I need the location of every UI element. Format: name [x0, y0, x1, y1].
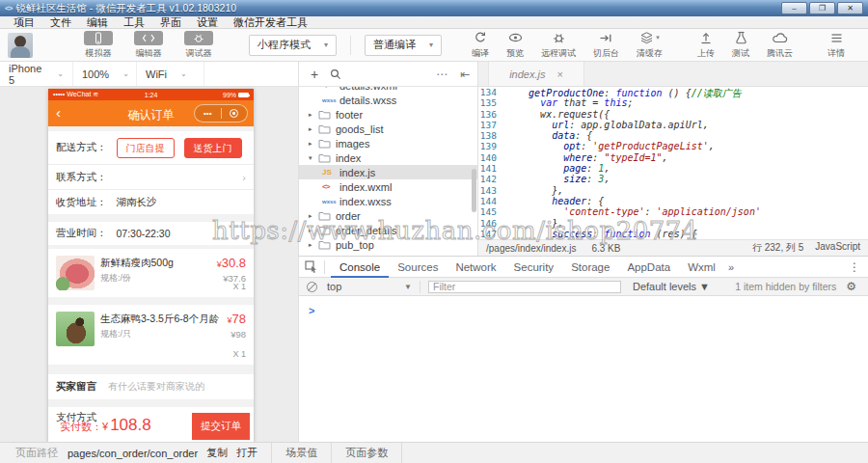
folder-icon — [318, 109, 331, 120]
background-button[interactable]: 切后台 — [584, 31, 628, 60]
language-mode[interactable]: JavaScript — [815, 241, 860, 255]
battery-icon — [238, 93, 249, 97]
tree-file-index.wxss[interactable]: wxssindex.wxss — [299, 194, 477, 208]
devtools-tab-console[interactable]: Console — [331, 257, 389, 278]
log-levels-select[interactable]: Default levels ▼ — [633, 281, 710, 292]
gear-icon[interactable]: ⚙ — [846, 280, 856, 293]
console-filter-input[interactable] — [428, 281, 621, 293]
code-token: , — [604, 174, 610, 184]
delivery-button[interactable]: 送货上门 — [184, 138, 242, 158]
menu-item-6[interactable]: 微信开发者工具 — [226, 16, 315, 29]
simulator-panel: ••••• WeChat ≋ 1:24 99% ‹ 确认订单 ••• — [0, 87, 299, 442]
user-avatar[interactable] — [8, 33, 33, 58]
tree-file-details.wxss[interactable]: wxssdetails.wxss — [299, 93, 477, 107]
tree-folder-footer[interactable]: ▸footer — [299, 107, 477, 122]
test-button[interactable]: 测试 — [723, 31, 758, 60]
product-row[interactable]: 生态麻鸭3-3.5斤6-8个月龄规格:/只¥78¥98X 1 — [48, 305, 254, 365]
tencent-cloud-button[interactable]: 腾讯云 — [758, 31, 801, 60]
menu-item-3[interactable]: 工具 — [116, 16, 152, 29]
menu-item-1[interactable]: 文件 — [42, 16, 79, 29]
product-row[interactable]: 新鲜精瘦肉500g规格:/份¥30.8¥37.6X 1 — [48, 249, 254, 297]
action-label: 详情 — [827, 47, 845, 60]
page-params-button[interactable]: 页面参数 — [332, 446, 401, 460]
search-icon[interactable] — [330, 68, 341, 80]
tree-folder-goods_list[interactable]: ▸goods_list — [299, 122, 477, 136]
toolbar-debugger-button[interactable]: 调试器 — [174, 31, 224, 60]
details-button[interactable]: 详情 — [819, 31, 854, 60]
maximize-button[interactable]: ❐ — [809, 2, 835, 14]
clear-cache-button[interactable]: ▾清缓存 — [628, 31, 671, 60]
contact-row[interactable]: 联系方式： › — [48, 164, 254, 189]
code-line: 140 where: "typeId=1", — [478, 152, 868, 163]
devtools-tab-security[interactable]: Security — [505, 257, 563, 278]
network-type: WiFi — [146, 68, 167, 80]
inspect-element-icon[interactable] — [305, 260, 318, 273]
preview-button[interactable]: 预览 — [498, 31, 532, 60]
submit-order-button[interactable]: 提交订单 — [192, 413, 250, 440]
menu-item-5[interactable]: 设置 — [189, 16, 226, 29]
kebab-menu-icon[interactable]: ⋮ — [849, 260, 860, 274]
pickup-button[interactable]: 门店自提 — [117, 138, 175, 158]
tree-folder-order[interactable]: ▸order — [299, 208, 477, 223]
toolbar-simulator-button[interactable]: 模拟器 — [73, 31, 123, 60]
tab-overflow-icon[interactable]: » — [724, 261, 738, 273]
add-file-icon[interactable]: + — [311, 68, 318, 81]
devtools-tab-network[interactable]: Network — [447, 257, 504, 278]
code-token — [505, 141, 563, 151]
minimize-button[interactable]: – — [781, 2, 807, 14]
tree-folder-images[interactable]: ▸images — [299, 136, 477, 150]
mode-select[interactable]: 小程序模式 ▾ — [249, 35, 337, 56]
capsule-menu: ••• — [194, 104, 248, 123]
menu-item-4[interactable]: 界面 — [152, 16, 189, 29]
wxss-file-icon: wxss — [322, 97, 339, 103]
tree-file-index.wxml[interactable]: <>index.wxml — [299, 179, 477, 194]
device-select[interactable]: iPhone 5 ⌄ — [0, 62, 73, 86]
more-icon[interactable]: ⋯ — [436, 68, 448, 81]
console-output[interactable]: > — [299, 296, 868, 318]
collapse-sidebar-icon[interactable]: ⇤ — [460, 68, 470, 81]
copy-path-button[interactable]: 复制 — [206, 446, 228, 460]
code-token: page — [563, 163, 586, 174]
upload-button[interactable]: 上传 — [689, 31, 723, 60]
remote-debug-button[interactable]: 远程调试 — [532, 31, 584, 60]
close-button[interactable]: ✕ — [837, 2, 863, 14]
zoom-select[interactable]: 100% ⌄ — [73, 62, 137, 86]
details-icon — [830, 31, 843, 45]
delivery-row: 配送方式： 门店自提 送货上门 — [48, 131, 254, 164]
close-tab-icon[interactable]: × — [556, 68, 562, 80]
delivery-label: 配送方式： — [56, 141, 107, 154]
tree-folder-index[interactable]: ▾index — [299, 150, 477, 165]
message-section[interactable]: 买家留言 有什么话要对商家说的 — [48, 374, 254, 399]
address-value: 湖南长沙 — [117, 196, 157, 209]
menu-item-2[interactable]: 编辑 — [79, 16, 116, 29]
tree-scrollbar-thumb[interactable] — [472, 169, 476, 212]
network-select[interactable]: WiFi ⌄ — [137, 62, 204, 86]
action-label: 编译 — [472, 47, 489, 60]
tree-file-index.js[interactable]: JSindex.js — [299, 165, 477, 179]
compile-mode-select[interactable]: 普通编译 ▾ — [365, 35, 442, 56]
toolbar-editor-button[interactable]: 编辑器 — [123, 31, 174, 60]
compile-button[interactable]: 编译 — [463, 31, 498, 60]
devtools-tab-sources[interactable]: Sources — [389, 257, 447, 278]
devtools-tab-storage[interactable]: Storage — [562, 257, 618, 278]
code-token — [505, 196, 552, 206]
tree-folder-pub_top[interactable]: ▸pub_top — [299, 237, 477, 252]
context-select[interactable]: top ▼ — [327, 281, 412, 292]
menu-item-0[interactable]: 项目 — [6, 16, 42, 29]
open-path-button[interactable]: 打开 — [236, 446, 258, 460]
scene-value-button[interactable]: 场景值 — [272, 446, 331, 460]
line-number: 137 — [478, 120, 505, 130]
tab-index-js[interactable]: index.js × — [488, 62, 584, 86]
clear-console-icon[interactable] — [307, 282, 317, 292]
devtools-tab-appdata[interactable]: AppData — [618, 257, 679, 278]
tree-folder-order_details[interactable]: ▸order_details — [299, 223, 477, 237]
more-dots-button[interactable]: ••• — [195, 105, 221, 122]
action-label: 切后台 — [593, 47, 619, 60]
code-editor[interactable]: 134 getProductOne: function () {//读取广告13… — [478, 87, 868, 239]
devtools-tab-wxml[interactable]: Wxml — [679, 257, 724, 278]
duck-product-image — [56, 312, 95, 346]
wxml-file-icon: <> — [322, 87, 339, 90]
address-row[interactable]: 收货地址： 湖南长沙 — [48, 189, 254, 214]
exit-circle-button[interactable] — [222, 105, 248, 122]
cursor-position[interactable]: 行 232, 列 5 — [752, 241, 803, 255]
